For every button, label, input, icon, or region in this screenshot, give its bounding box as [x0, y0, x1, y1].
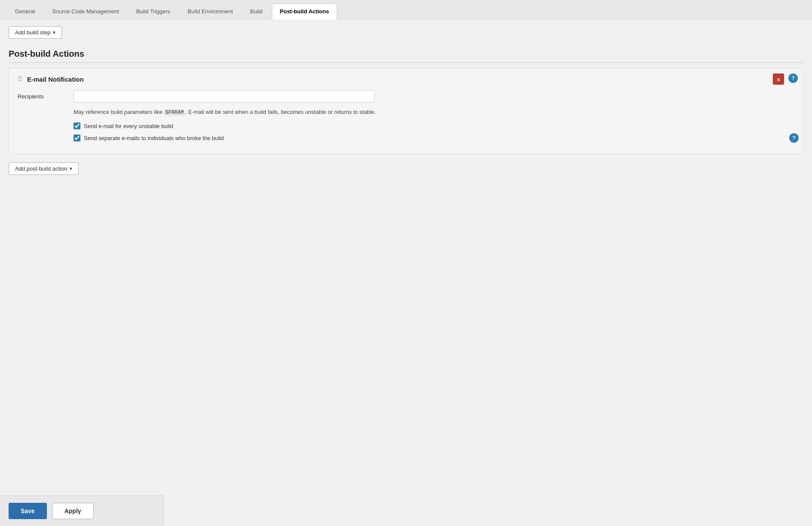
- checkbox1-label: Send e-mail for every unstable build: [84, 123, 173, 129]
- drag-handle-icon: ⠿: [18, 75, 23, 83]
- post-build-actions-title: Post-build Actions: [9, 49, 803, 63]
- add-postbuild-action-button[interactable]: Add post-build action: [9, 162, 79, 175]
- checkbox2-row: Send separate e-mails to individuals who…: [74, 135, 794, 141]
- send-unstable-checkbox[interactable]: [74, 122, 80, 129]
- save-button[interactable]: Save: [9, 503, 47, 519]
- apply-button[interactable]: Apply: [52, 503, 94, 519]
- recipients-row: Recipients: [18, 90, 794, 103]
- email-notification-title: E-mail Notification: [27, 76, 84, 83]
- tab-source-code-management[interactable]: Source Code Management: [44, 3, 127, 19]
- tab-build[interactable]: Build: [242, 3, 271, 19]
- close-button[interactable]: x: [773, 73, 784, 85]
- help-text: May reference build parameters like $PAR…: [74, 108, 418, 116]
- email-notification-card: ⠿ E-mail Notification x ? Recipients May…: [9, 68, 803, 154]
- add-build-step-button[interactable]: Add build step: [9, 26, 62, 39]
- tab-build-triggers[interactable]: Build Triggers: [128, 3, 178, 19]
- tab-build-environment[interactable]: Build Environment: [179, 3, 241, 19]
- tabs-bar: GeneralSource Code ManagementBuild Trigg…: [0, 0, 812, 19]
- help-icon-top[interactable]: ?: [788, 73, 798, 83]
- recipients-label: Recipients: [18, 90, 74, 100]
- send-individuals-checkbox[interactable]: [74, 135, 80, 141]
- help-icon-checkbox2[interactable]: ?: [789, 133, 799, 143]
- checkbox2-label: Send separate e-mails to individuals who…: [84, 135, 224, 141]
- tab-general[interactable]: General: [7, 3, 43, 19]
- action-bar: Save Apply: [0, 495, 163, 524]
- recipients-input[interactable]: [74, 90, 375, 103]
- checkbox1-row: Send e-mail for every unstable build: [74, 122, 794, 129]
- tab-post-build-actions[interactable]: Post-build Actions: [272, 3, 337, 19]
- main-content: Add build step Post-build Actions ⠿ E-ma…: [0, 19, 812, 524]
- card-header: ⠿ E-mail Notification: [18, 75, 794, 83]
